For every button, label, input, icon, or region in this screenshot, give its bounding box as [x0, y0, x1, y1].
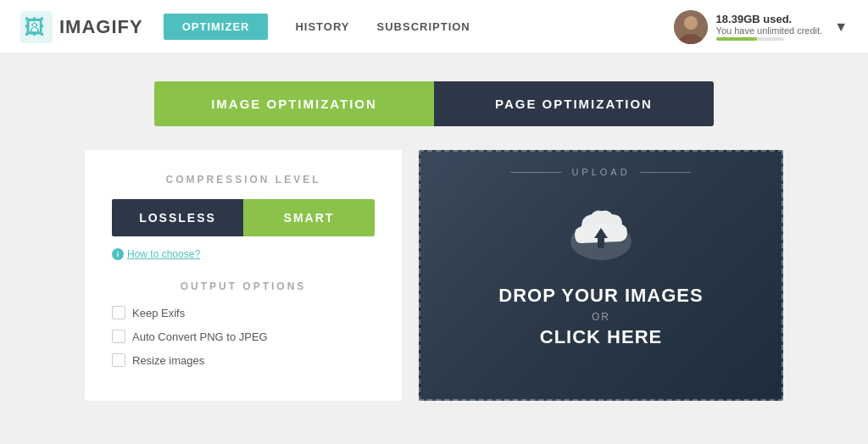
how-to-choose-link[interactable]: i How to choose? — [112, 248, 375, 260]
compression-level-label: COMPRESSION LEVEL — [112, 174, 375, 186]
nav-optimizer-button[interactable]: OPTIMIZER — [164, 14, 269, 40]
tab-image-optimization[interactable]: IMAGE OPTIMIZATION — [154, 81, 434, 126]
logo-area: 🖼 IMAGIFY — [20, 11, 143, 43]
usage-gb: 18.39GB used. — [716, 13, 793, 25]
upload-label: UPLOAD — [510, 167, 691, 177]
avatar — [674, 10, 708, 44]
toggle-lossless[interactable]: LOSSLESS — [112, 199, 243, 236]
checkbox-resize-images-label: Resize images — [132, 354, 204, 367]
main-content: IMAGE OPTIMIZATION PAGE OPTIMIZATION COM… — [0, 54, 868, 401]
upload-panel[interactable]: UPLOAD DROP YOUR IMAGES OR CLICK HERE — [419, 150, 783, 401]
drop-text: DROP YOUR IMAGES — [498, 284, 703, 308]
or-text: OR — [592, 311, 610, 323]
avatar-image — [674, 10, 708, 44]
compression-toggle: LOSSLESS SMART — [112, 199, 375, 236]
usage-bar-fill — [716, 37, 757, 41]
tab-switcher: IMAGE OPTIMIZATION PAGE OPTIMIZATION — [154, 81, 714, 126]
nav-history-link[interactable]: HISTORY — [295, 20, 349, 33]
checkbox-keep-exifs-input[interactable] — [112, 306, 125, 319]
checkbox-auto-convert-input[interactable] — [112, 330, 125, 343]
svg-text:🖼: 🖼 — [24, 14, 45, 37]
toggle-smart[interactable]: SMART — [243, 199, 375, 236]
checkbox-resize-images: Resize images — [112, 353, 375, 367]
header-right: 18.39GB used. You have unlimited credit.… — [674, 10, 848, 44]
checkbox-keep-exifs: Keep Exifs — [112, 306, 375, 319]
tab-page-optimization[interactable]: PAGE OPTIMIZATION — [434, 81, 714, 126]
left-panel: COMPRESSION LEVEL LOSSLESS SMART i How t… — [85, 150, 402, 401]
checkbox-auto-convert-label: Auto Convert PNG to JPEG — [132, 330, 268, 343]
chevron-down-icon[interactable]: ▼ — [834, 19, 848, 35]
header-left: 🖼 IMAGIFY OPTIMIZER HISTORY SUBSCRIPTION — [20, 11, 470, 43]
header: 🖼 IMAGIFY OPTIMIZER HISTORY SUBSCRIPTION… — [0, 0, 868, 54]
svg-point-3 — [684, 16, 698, 30]
output-options-label: OUTPUT OPTIONS — [112, 280, 375, 292]
usage-bar — [716, 37, 784, 41]
checkbox-resize-images-input[interactable] — [112, 353, 125, 367]
info-icon: i — [112, 248, 124, 260]
checkbox-auto-convert: Auto Convert PNG to JPEG — [112, 330, 375, 343]
upload-cloud-icon — [563, 203, 639, 267]
lower-area: COMPRESSION LEVEL LOSSLESS SMART i How t… — [85, 150, 783, 401]
nav-area: OPTIMIZER HISTORY SUBSCRIPTION — [164, 14, 470, 40]
usage-info: 18.39GB used. You have unlimited credit. — [716, 13, 823, 41]
upload-line-right — [641, 172, 692, 173]
logo-icon: 🖼 — [20, 11, 53, 43]
usage-credit: You have unlimited credit. — [716, 25, 823, 36]
click-here-text: CLICK HERE — [540, 326, 662, 348]
upload-line-left — [510, 172, 561, 173]
logo-text: IMAGIFY — [59, 16, 143, 38]
checkbox-keep-exifs-label: Keep Exifs — [132, 307, 185, 319]
nav-subscription-link[interactable]: SUBSCRIPTION — [377, 20, 470, 33]
